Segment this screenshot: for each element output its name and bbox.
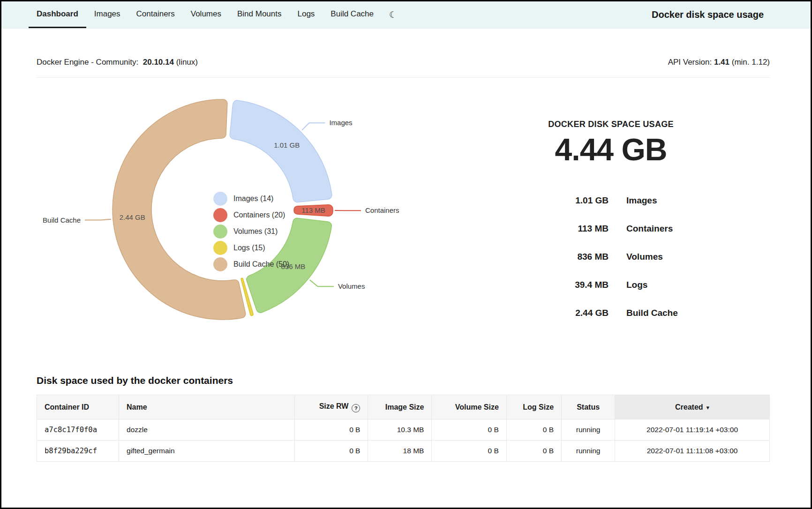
legend-label: Volumes (31): [233, 227, 278, 236]
table-row-gifted_germain: b8f29ba229cfgifted_germain0 B18 MB0 B0 B…: [37, 441, 770, 462]
tab-images[interactable]: Images: [86, 1, 128, 28]
app-window: DashboardImagesContainersVolumesBind Mou…: [0, 0, 812, 509]
api-version: 1.41: [714, 58, 729, 67]
column-header-created[interactable]: Created▾: [615, 395, 770, 419]
slice-callout-label-volumes: Volumes: [338, 282, 365, 290]
containers-table: Container IDNameSize RW?Image SizeVolume…: [37, 395, 770, 462]
summary-category: Build Cache: [626, 308, 678, 318]
tab-logs[interactable]: Logs: [289, 1, 323, 28]
legend-label: Containers (20): [233, 211, 285, 219]
cell-created: 2022-07-01 11:11:08 +03:00: [615, 441, 770, 462]
main-content: Docker Engine - Community: 20.10.14 (lin…: [1, 58, 811, 462]
legend-item-volumes[interactable]: Volumes (31): [213, 223, 289, 240]
donut-slice-images[interactable]: [230, 100, 332, 202]
legend-dot-volumes: [213, 225, 227, 239]
header-row: Container IDNameSize RW?Image SizeVolume…: [37, 395, 770, 419]
nav-tabs: DashboardImagesContainersVolumesBind Mou…: [1, 1, 382, 28]
summary-size: 836 MB: [498, 252, 609, 262]
summary-row-containers: 113 MBContainers: [498, 215, 723, 243]
cell-log-size: 0 B: [506, 419, 561, 441]
column-header-log-size[interactable]: Log Size: [506, 395, 561, 419]
cell-volume-size: 0 B: [432, 441, 506, 462]
slice-value-label-images: 1.01 GB: [274, 141, 300, 149]
chart-legend: Images (14)Containers (20)Volumes (31)Lo…: [213, 190, 289, 272]
legend-label: Logs (15): [233, 244, 265, 252]
summary-row-volumes: 836 MBVolumes: [498, 243, 723, 271]
summary-category: Containers: [626, 224, 673, 234]
api-label: API Version:: [668, 58, 712, 67]
engine-info-row: Docker Engine - Community: 20.10.14 (lin…: [37, 58, 770, 67]
summary-size: 2.44 GB: [498, 308, 609, 318]
tab-volumes[interactable]: Volumes: [183, 1, 229, 28]
summary-row-build-cache: 2.44 GBBuild Cache: [498, 299, 723, 327]
top-navbar: DashboardImagesContainersVolumesBind Mou…: [1, 1, 811, 29]
engine-version: 20.10.14: [143, 58, 174, 67]
cell-container-id: b8f29ba229cf: [37, 441, 119, 462]
column-header-size-rw[interactable]: Size RW?: [295, 395, 368, 419]
api-min-version: (min. 1.12): [732, 58, 770, 67]
tab-containers[interactable]: Containers: [128, 1, 183, 28]
slice-callout-line-volumes: [310, 280, 334, 286]
summary-category: Logs: [626, 280, 647, 290]
tab-bind-mounts[interactable]: Bind Mounts: [229, 1, 290, 28]
help-icon[interactable]: ?: [352, 404, 360, 412]
legend-item-build-cache[interactable]: Build Cache (50): [213, 256, 289, 272]
cell-status: running: [562, 419, 615, 441]
cell-name: dozzle: [119, 419, 295, 441]
containers-table-body: a7c8c17f0f0adozzle0 B10.3 MB0 B0 Brunnin…: [37, 419, 770, 462]
cell-size-rw: 0 B: [295, 441, 368, 462]
legend-dot-images: [213, 192, 227, 206]
slice-callout-line-images: [302, 123, 325, 130]
summary-size: 1.01 GB: [498, 195, 609, 206]
column-header-status[interactable]: Status: [562, 395, 615, 419]
sort-desc-icon: ▾: [707, 404, 710, 411]
engine-label: Docker Engine - Community:: [37, 58, 138, 67]
column-header-volume-size[interactable]: Volume Size: [432, 395, 506, 419]
cell-volume-size: 0 B: [432, 419, 506, 441]
slice-callout-label-build-cache: Build Cache: [43, 216, 81, 224]
legend-dot-containers: [213, 208, 227, 222]
slice-value-label-containers: 113 MB: [301, 206, 325, 214]
summary-total: 4.44 GB: [498, 132, 723, 167]
legend-item-logs[interactable]: Logs (15): [213, 240, 289, 256]
tab-build-cache[interactable]: Build Cache: [323, 1, 382, 28]
cell-created: 2022-07-01 11:19:14 +03:00: [615, 419, 770, 441]
moon-icon: ☾: [389, 9, 397, 20]
legend-label: Build Cache (50): [233, 260, 289, 269]
api-version-text: API Version: 1.41 (min. 1.12): [668, 58, 770, 67]
engine-version-text: Docker Engine - Community: 20.10.14 (lin…: [37, 58, 198, 67]
engine-platform: (linux): [176, 58, 198, 67]
column-header-container-id[interactable]: Container ID: [37, 395, 119, 419]
disk-usage-chart-section: 1.01 GBImages113 MBContainers836 MBVolum…: [37, 78, 770, 359]
cell-name: gifted_germain: [119, 441, 295, 462]
containers-section: Disk space used by the docker containers…: [37, 375, 770, 462]
summary-size: 39.4 MB: [498, 280, 609, 290]
containers-table-heading: Disk space used by the docker containers: [37, 375, 770, 386]
column-header-name[interactable]: Name: [119, 395, 295, 419]
cell-image-size: 18 MB: [368, 441, 432, 462]
cell-log-size: 0 B: [506, 441, 561, 462]
slice-callout-line-build-cache: [85, 219, 111, 220]
summary-row-images: 1.01 GBImages: [498, 187, 723, 215]
app-title: Docker disk space usage: [652, 1, 764, 28]
summary-title: DOCKER DISK SPACE USAGE: [498, 118, 723, 130]
column-header-image-size[interactable]: Image Size: [368, 395, 432, 419]
tab-dashboard[interactable]: Dashboard: [29, 1, 86, 28]
slice-callout-label-containers: Containers: [365, 206, 399, 214]
summary-category: Images: [626, 195, 657, 206]
theme-toggle-button[interactable]: ☾: [384, 1, 402, 28]
summary-rows: 1.01 GBImages113 MBContainers836 MBVolum…: [498, 187, 723, 327]
summary-size: 113 MB: [498, 224, 609, 234]
table-row-dozzle: a7c8c17f0f0adozzle0 B10.3 MB0 B0 Brunnin…: [37, 419, 770, 441]
containers-table-head: Container IDNameSize RW?Image SizeVolume…: [37, 395, 770, 419]
cell-size-rw: 0 B: [295, 419, 368, 441]
cell-status: running: [562, 441, 615, 462]
legend-item-containers[interactable]: Containers (20): [213, 207, 289, 223]
legend-item-images[interactable]: Images (14): [213, 190, 289, 207]
cell-container-id: a7c8c17f0f0a: [37, 419, 119, 441]
slice-value-label-build-cache: 2.44 GB: [120, 213, 145, 221]
legend-dot-build-cache: [213, 257, 227, 271]
legend-label: Images (14): [233, 195, 273, 203]
disk-usage-summary: DOCKER DISK SPACE USAGE 4.44 GB 1.01 GBI…: [498, 118, 723, 327]
cell-image-size: 10.3 MB: [368, 419, 432, 441]
